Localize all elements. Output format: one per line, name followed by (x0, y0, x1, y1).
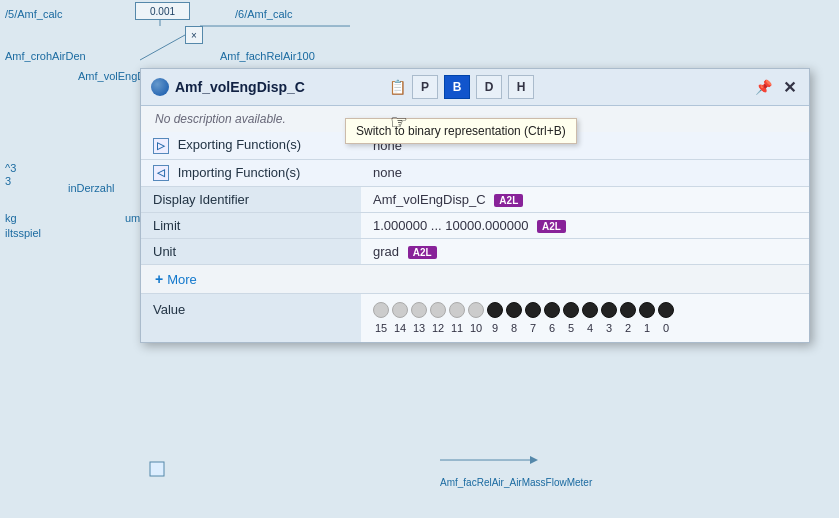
repr-p-button[interactable]: P (412, 75, 438, 99)
binary-dot-7 (506, 302, 522, 318)
diag-box-multiply: × (185, 26, 203, 44)
binary-dot-12 (601, 302, 617, 318)
unit-row: Unit grad A2L (141, 239, 809, 265)
tooltip-text: Switch to binary representation (Ctrl+B) (356, 124, 566, 138)
limit-badge: A2L (537, 220, 566, 233)
copy-button[interactable]: 📋 (388, 78, 406, 96)
import-label: ◁ Importing Function(s) (141, 159, 361, 187)
repr-h-button[interactable]: H (508, 75, 534, 99)
property-dialog: Amf_volEngDisp_C 📋 P B D H 📌 ✕ No descri… (140, 68, 810, 343)
diag-label-2: /6/Amf_calc (235, 8, 292, 20)
import-value: none (361, 159, 809, 187)
pin-button[interactable]: 📌 (753, 77, 773, 97)
value-row: Value 1514131211109876543210 (141, 294, 809, 342)
unit-badge: A2L (408, 246, 437, 259)
binary-num-8: 7 (525, 322, 541, 334)
binary-num-1: 14 (392, 322, 408, 334)
limit-label: Limit (141, 213, 361, 239)
value-content: 1514131211109876543210 (361, 294, 809, 342)
binary-num-15: 0 (658, 322, 674, 334)
export-icon: ▷ (153, 138, 169, 154)
display-id-badge: A2L (494, 194, 523, 207)
diag-label-8: inDerzahl (68, 182, 114, 194)
binary-num-0: 15 (373, 322, 389, 334)
display-identifier-row: Display Identifier Amf_volEngDisp_C A2L (141, 187, 809, 213)
unit-label: Unit (141, 239, 361, 265)
binary-num-2: 13 (411, 322, 427, 334)
import-function-row: ◁ Importing Function(s) none (141, 159, 809, 187)
tooltip: Switch to binary representation (Ctrl+B) (345, 118, 577, 144)
binary-dot-0 (373, 302, 389, 318)
binary-dot-6 (487, 302, 503, 318)
binary-dot-4 (449, 302, 465, 318)
binary-num-14: 1 (639, 322, 655, 334)
value-table: Value 1514131211109876543210 (141, 294, 809, 342)
limit-value: 1.000000 ... 10000.000000 A2L (361, 213, 809, 239)
binary-dot-15 (658, 302, 674, 318)
dialog-title-bar: Amf_volEngDisp_C 📋 P B D H 📌 ✕ (141, 69, 809, 106)
binary-num-11: 4 (582, 322, 598, 334)
binary-dot-5 (468, 302, 484, 318)
diag-label-6: ^3 (5, 162, 16, 174)
dialog-icon (151, 78, 169, 96)
binary-dot-9 (544, 302, 560, 318)
svg-rect-5 (150, 462, 164, 476)
display-id-label: Display Identifier (141, 187, 361, 213)
properties-table: ▷ Exporting Function(s) none ◁ Importing… (141, 132, 809, 265)
binary-num-3: 12 (430, 322, 446, 334)
svg-marker-4 (530, 456, 538, 464)
binary-num-9: 6 (544, 322, 560, 334)
binary-dot-13 (620, 302, 636, 318)
binary-numbers-row: 1514131211109876543210 (373, 322, 797, 334)
dialog-title: Amf_volEngDisp_C (175, 79, 382, 95)
diag-box-value: 0.001 (135, 2, 190, 20)
binary-num-5: 10 (468, 322, 484, 334)
binary-num-12: 3 (601, 322, 617, 334)
value-section: Value 1514131211109876543210 (141, 293, 809, 342)
binary-dot-2 (411, 302, 427, 318)
repr-d-button[interactable]: D (476, 75, 502, 99)
unit-value: grad A2L (361, 239, 809, 265)
binary-dot-10 (563, 302, 579, 318)
more-row[interactable]: + More (141, 265, 809, 293)
diag-label-10: iltsspiel (5, 227, 41, 239)
binary-num-13: 2 (620, 322, 636, 334)
binary-num-7: 8 (506, 322, 522, 334)
diag-label-3: Amf_crohAirDen (5, 50, 86, 62)
binary-dot-8 (525, 302, 541, 318)
repr-b-button[interactable]: B (444, 75, 470, 99)
binary-num-10: 5 (563, 322, 579, 334)
value-label: Value (141, 294, 361, 342)
close-button[interactable]: ✕ (779, 77, 799, 97)
diag-label-4: Amf_volEngD (78, 70, 145, 82)
binary-dot-1 (392, 302, 408, 318)
more-plus-icon: + (155, 271, 163, 287)
display-id-value: Amf_volEngDisp_C A2L (361, 187, 809, 213)
diag-label-7: 3 (5, 175, 11, 187)
diag-label-bottom: Amf_facRelAir_AirMassFlowMeter (440, 477, 592, 488)
more-label: More (167, 272, 197, 287)
svg-line-2 (140, 35, 185, 60)
binary-dots-row (373, 302, 797, 318)
export-label: ▷ Exporting Function(s) (141, 132, 361, 159)
binary-num-4: 11 (449, 322, 465, 334)
binary-dot-3 (430, 302, 446, 318)
diag-label-5: Amf_fachRelAir100 (220, 50, 315, 62)
import-icon: ◁ (153, 165, 169, 181)
binary-num-6: 9 (487, 322, 503, 334)
limit-row: Limit 1.000000 ... 10000.000000 A2L (141, 213, 809, 239)
binary-dot-14 (639, 302, 655, 318)
diag-label-1: /5/Amf_calc (5, 8, 62, 20)
binary-dot-11 (582, 302, 598, 318)
diag-label-9: kg (5, 212, 17, 224)
